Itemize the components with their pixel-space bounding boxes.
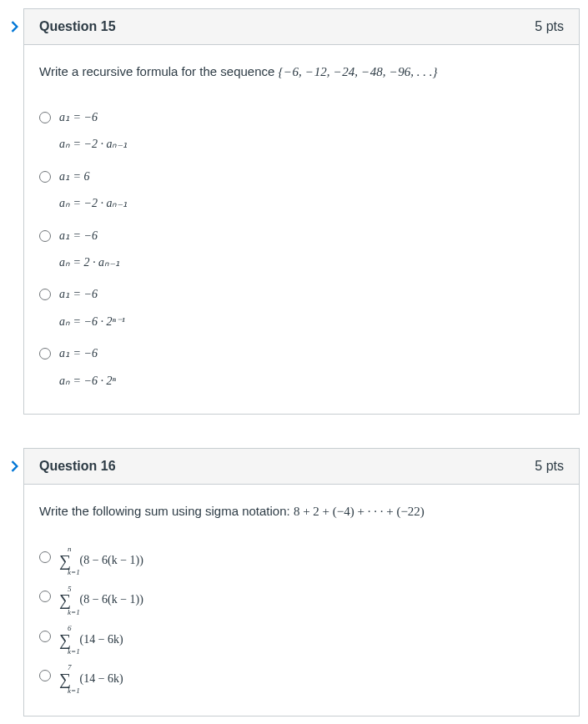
sigma-lower: k=1 bbox=[68, 606, 80, 619]
answer-option[interactable]: ∑ 7 k=1 (14 − 6k) bbox=[39, 660, 564, 699]
prompt-text: Write the following sum using sigma nota… bbox=[39, 504, 294, 518]
sigma-body: (8 − 6(k − 1)) bbox=[79, 593, 143, 606]
option-line: a₁ = −6 bbox=[59, 108, 128, 127]
radio-icon bbox=[39, 112, 51, 123]
question-points: 5 pts bbox=[535, 459, 564, 474]
answer-option[interactable]: a₁ = −6 aₙ = −2 · aₙ₋₁ bbox=[39, 102, 564, 161]
sigma-upper: n bbox=[68, 543, 72, 556]
question-title: Question 16 bbox=[39, 459, 116, 474]
radio-icon bbox=[39, 230, 51, 242]
sigma-icon: ∑ 5 k=1 bbox=[59, 587, 71, 613]
answer-option[interactable]: a₁ = −6 aₙ = −6 · 2ⁿ bbox=[39, 338, 564, 397]
radio-icon bbox=[39, 591, 51, 602]
question-body: Write a recursive formula for the sequen… bbox=[24, 45, 579, 414]
option-line: a₁ = 6 bbox=[59, 168, 128, 186]
chevron-right-icon bbox=[8, 20, 22, 33]
sigma-body: (14 − 6k) bbox=[79, 672, 123, 685]
radio-icon bbox=[39, 551, 51, 563]
radio-icon bbox=[39, 670, 51, 681]
option-line: aₙ = −2 · aₙ₋₁ bbox=[59, 194, 128, 213]
option-line: aₙ = −2 · aₙ₋₁ bbox=[59, 135, 128, 153]
option-line: aₙ = 2 · aₙ₋₁ bbox=[59, 254, 120, 272]
sigma-body: (14 − 6k) bbox=[79, 632, 123, 645]
question-body: Write the following sum using sigma nota… bbox=[24, 485, 579, 716]
answer-option[interactable]: ∑ 6 k=1 (14 − 6k) bbox=[39, 621, 564, 660]
sigma-lower: k=1 bbox=[68, 566, 80, 579]
option-line: a₁ = −6 bbox=[59, 285, 125, 304]
sigma-icon: ∑ 7 k=1 bbox=[59, 666, 71, 692]
answer-options: a₁ = −6 aₙ = −2 · aₙ₋₁ a₁ = 6 aₙ = −2 · … bbox=[39, 102, 564, 397]
question-card-16: Question 16 5 pts Write the following su… bbox=[23, 448, 580, 716]
radio-icon bbox=[39, 348, 51, 359]
answer-option[interactable]: a₁ = −6 aₙ = −6 · 2ⁿ⁻¹ bbox=[39, 279, 564, 338]
radio-icon bbox=[39, 289, 51, 300]
question-prompt: Write a recursive formula for the sequen… bbox=[39, 62, 564, 82]
sigma-lower: k=1 bbox=[68, 685, 80, 697]
question-points: 5 pts bbox=[535, 19, 564, 34]
question-card-15: Question 15 5 pts Write a recursive form… bbox=[23, 8, 580, 415]
sigma-body: (8 − 6(k − 1)) bbox=[79, 554, 143, 566]
sigma-upper: 7 bbox=[68, 661, 72, 674]
question-prompt: Write the following sum using sigma nota… bbox=[39, 501, 564, 521]
prompt-text: Write a recursive formula for the sequen… bbox=[39, 64, 279, 78]
sigma-upper: 5 bbox=[68, 583, 72, 596]
question-title: Question 15 bbox=[39, 19, 116, 34]
option-line: a₁ = −6 bbox=[59, 227, 120, 245]
option-line: aₙ = −6 · 2ⁿ⁻¹ bbox=[59, 313, 125, 331]
prompt-math: {− 6, − 12, − 24, − 48, − 96, . . .} bbox=[279, 65, 438, 78]
radio-icon bbox=[39, 171, 51, 183]
prompt-math: 8 + 2 + (−4) + · · · + (−22) bbox=[294, 505, 425, 518]
radio-icon bbox=[39, 631, 51, 642]
option-line: a₁ = −6 bbox=[59, 344, 116, 363]
sigma-upper: 6 bbox=[68, 622, 72, 635]
answer-option[interactable]: a₁ = −6 aₙ = 2 · aₙ₋₁ bbox=[39, 220, 564, 279]
answer-option[interactable]: a₁ = 6 aₙ = −2 · aₙ₋₁ bbox=[39, 161, 564, 220]
chevron-right-icon bbox=[8, 460, 22, 473]
sigma-icon: ∑ 6 k=1 bbox=[59, 627, 71, 653]
answer-option[interactable]: ∑ n k=1 (8 − 6(k − 1)) bbox=[39, 541, 564, 581]
answer-options: ∑ n k=1 (8 − 6(k − 1)) ∑ 5 k=1 (8 − bbox=[39, 541, 564, 699]
question-header: Question 15 5 pts bbox=[24, 9, 579, 45]
question-header: Question 16 5 pts bbox=[24, 449, 579, 485]
sigma-icon: ∑ n k=1 bbox=[59, 548, 71, 574]
option-line: aₙ = −6 · 2ⁿ bbox=[59, 372, 116, 390]
answer-option[interactable]: ∑ 5 k=1 (8 − 6(k − 1)) bbox=[39, 581, 564, 620]
sigma-lower: k=1 bbox=[68, 646, 80, 658]
